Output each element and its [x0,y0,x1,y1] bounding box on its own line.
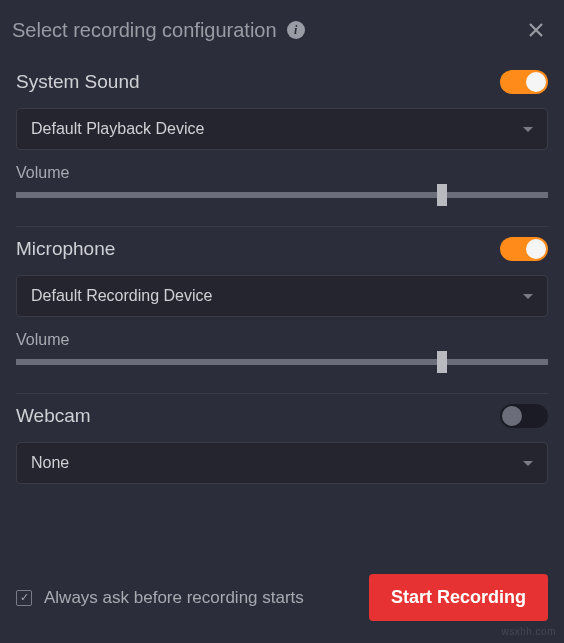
dialog-title: Select recording configuration [12,19,277,42]
webcam-selected: None [31,454,69,472]
start-recording-button[interactable]: Start Recording [369,574,548,621]
info-icon[interactable]: i [287,21,305,39]
microphone-select[interactable]: Default Recording Device [16,275,548,317]
close-icon[interactable] [524,18,548,42]
microphone-selected: Default Recording Device [31,287,212,305]
microphone-toggle[interactable] [500,237,548,261]
microphone-label: Microphone [16,238,115,260]
system-sound-label: System Sound [16,71,140,93]
slider-thumb[interactable] [437,184,447,206]
microphone-volume-label: Volume [16,331,548,349]
slider-thumb[interactable] [437,351,447,373]
microphone-volume-slider[interactable] [16,359,548,365]
webcam-label: Webcam [16,405,91,427]
system-sound-volume-slider[interactable] [16,192,548,198]
chevron-down-icon [523,127,533,132]
system-sound-volume-label: Volume [16,164,548,182]
watermark: wsxhh.com [501,626,556,637]
chevron-down-icon [523,294,533,299]
always-ask-label: Always ask before recording starts [44,588,304,608]
webcam-select[interactable]: None [16,442,548,484]
always-ask-checkbox[interactable]: ✓ [16,590,32,606]
webcam-toggle[interactable] [500,404,548,428]
system-sound-select[interactable]: Default Playback Device [16,108,548,150]
chevron-down-icon [523,461,533,466]
system-sound-toggle[interactable] [500,70,548,94]
system-sound-selected: Default Playback Device [31,120,204,138]
